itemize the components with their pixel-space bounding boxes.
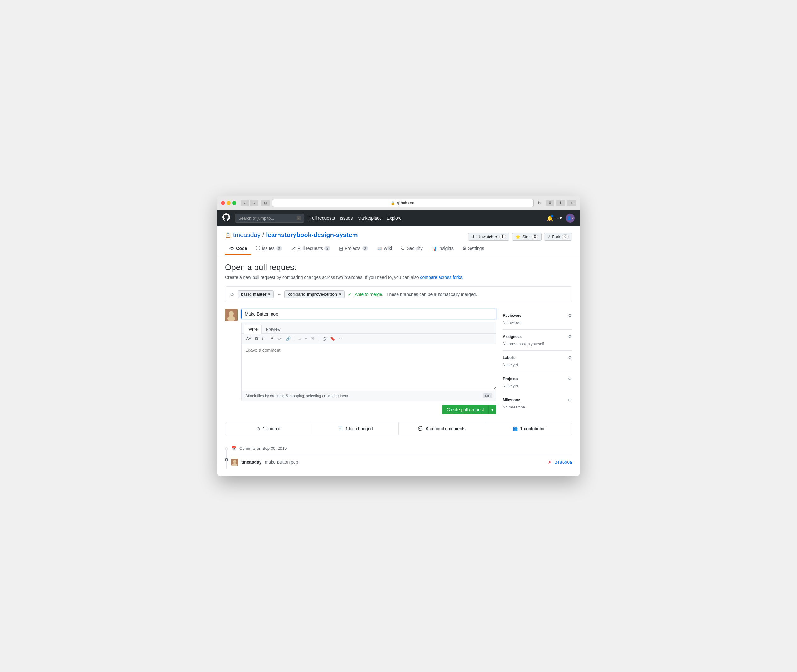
merge-status: Able to merge. (355, 292, 383, 297)
tab-settings[interactable]: ⚙ Settings (458, 242, 489, 255)
reload-button[interactable]: ↻ (536, 200, 543, 206)
assignees-gear-icon[interactable]: ⚙ (568, 334, 572, 339)
new-tab-button[interactable]: + (567, 200, 576, 206)
tab-write[interactable]: Write (244, 325, 262, 334)
nav-pull-requests[interactable]: Pull requests (309, 216, 335, 221)
unwatch-count: 1 (499, 234, 506, 239)
nav-issues[interactable]: Issues (340, 216, 353, 221)
milestone-value: No milestone (503, 405, 525, 410)
notifications-bell[interactable]: 🔔 (546, 215, 553, 221)
attach-text: Attach files by dragging & dropping, sel… (245, 394, 349, 398)
github-logo[interactable] (222, 213, 230, 223)
share-button[interactable]: ⬆ (556, 200, 565, 206)
breadcrumb-separator: / (262, 231, 264, 238)
tab-insights[interactable]: 📊 Insights (427, 242, 458, 255)
files-icon: 📄 (337, 426, 343, 431)
unwatch-button[interactable]: 👁 Unwatch ▾ 1 (468, 233, 510, 241)
browser-chrome: ‹ › ⊡ 🔒 github.com ↻ ⬇ ⬆ + (217, 196, 580, 210)
plus-chevron: ▾ (560, 216, 562, 221)
repo-owner-link[interactable]: tmeasday (233, 231, 260, 238)
labels-title: Labels (503, 355, 515, 360)
security-icon: 🛡 (401, 246, 405, 251)
toolbar-ordered-list-button[interactable]: ⁼ (303, 336, 308, 342)
projects-gear-icon[interactable]: ⚙ (568, 376, 572, 381)
toolbar-heading-button[interactable]: AA (245, 336, 252, 342)
address-bar[interactable]: 🔒 github.com (272, 199, 533, 207)
search-bar[interactable]: Search or jump to... / (235, 214, 304, 222)
milestone-gear-icon[interactable]: ⚙ (568, 397, 572, 403)
toolbar-mention-button[interactable]: @ (321, 336, 327, 342)
comment-footer: Attach files by dragging & dropping, sel… (242, 390, 496, 401)
commit-timeline-line (226, 450, 227, 458)
create-pull-request-button[interactable]: Create pull request (442, 405, 489, 414)
commits-stat[interactable]: ⊙ 1 commit (225, 422, 312, 435)
fork-button[interactable]: ⑂ Fork 0 (544, 233, 572, 241)
tab-security[interactable]: 🛡 Security (396, 242, 427, 255)
toolbar-link-button[interactable]: 🔗 (284, 336, 292, 342)
sidebar-toggle-button[interactable]: ⊡ (261, 200, 270, 206)
toolbar-code-button[interactable]: <> (276, 336, 283, 342)
main-content: Open a pull request Create a new pull re… (217, 255, 580, 476)
pr-sidebar: Reviewers ⚙ No reviews Assignees ⚙ No on… (503, 309, 572, 414)
repo-name-link[interactable]: learnstorybook-design-system (266, 231, 358, 238)
star-button[interactable]: ⭐ Star 0 (512, 233, 542, 241)
tab-preview[interactable]: Preview (262, 325, 284, 333)
pr-title-input[interactable] (241, 309, 497, 319)
comment-textarea[interactable] (242, 344, 496, 390)
search-placeholder: Search or jump to... (238, 216, 274, 221)
toolbar-quote-button[interactable]: ❝ (270, 336, 275, 342)
reviewers-gear-icon[interactable]: ⚙ (568, 313, 572, 318)
reviewers-value: No reviews (503, 320, 521, 325)
commit-author[interactable]: tmeasday (241, 459, 262, 465)
comment-toolbar: AA B I ❝ <> 🔗 ≡ ⁼ (242, 334, 496, 344)
compare-branch-select[interactable]: compare: improve-button ▾ (284, 290, 345, 298)
create-new-button[interactable]: + ▾ (557, 216, 562, 221)
contributors-stat[interactable]: 👥 1 contributor (486, 422, 572, 435)
comment-tabs: Write Preview (242, 322, 496, 334)
merge-description: These branches can be automatically merg… (387, 292, 477, 297)
tab-wiki[interactable]: 📖 Wiki (372, 242, 396, 255)
compare-forks-link[interactable]: compare across forks. (420, 275, 463, 280)
comments-stat[interactable]: 💬 0 commit comments (399, 422, 486, 435)
page-desc-text: Create a new pull request by comparing c… (225, 275, 419, 280)
toolbar-bold-button[interactable]: B (254, 336, 259, 342)
projects-title: Projects (503, 377, 517, 381)
contributors-count: 1 (520, 426, 522, 431)
nav-marketplace[interactable]: Marketplace (358, 216, 382, 221)
forward-button[interactable]: › (250, 200, 258, 206)
tab-issues[interactable]: ⓘ Issues 0 (251, 242, 286, 255)
contributors-icon: 👥 (512, 426, 517, 431)
repo-nav-tabs: <> Code ⓘ Issues 0 ⎇ Pull requests 2 ▦ P… (225, 242, 572, 255)
nav-explore[interactable]: Explore (387, 216, 402, 221)
toolbar-task-list-button[interactable]: ☑ (309, 336, 316, 342)
toolbar-italic-button[interactable]: I (261, 336, 265, 342)
tab-projects[interactable]: ▦ Projects 0 (335, 242, 372, 255)
minimize-button[interactable] (227, 201, 231, 205)
commit-row: tmeasday make Button pop ✗ 3e86b0a (231, 455, 572, 469)
labels-gear-icon[interactable]: ⚙ (568, 355, 572, 360)
commit-status-icon: ✗ (548, 460, 552, 465)
pr-count: 2 (324, 246, 330, 251)
close-button[interactable] (221, 201, 225, 205)
commit-timeline-dot-top (225, 447, 228, 450)
check-icon: ✓ (348, 292, 351, 297)
create-pr-dropdown-button[interactable]: ▾ (489, 405, 497, 414)
comments-label: 0 commit comments (426, 426, 465, 431)
tab-code[interactable]: <> Code (225, 242, 251, 255)
user-avatar[interactable]: 👤 ▾ (566, 214, 575, 222)
maximize-button[interactable] (233, 201, 236, 205)
tab-pull-requests[interactable]: ⎇ Pull requests 2 (286, 242, 335, 255)
commit-sha-link[interactable]: 3e86b0a (555, 460, 572, 465)
milestone-header: Milestone ⚙ (503, 397, 572, 403)
commits-date-label: Commits on Sep 30, 2019 (240, 446, 287, 451)
toolbar-reply-button[interactable]: ↩ (338, 336, 344, 342)
base-branch-value: master (253, 292, 267, 297)
lock-icon: 🔒 (391, 201, 395, 205)
back-button[interactable]: ‹ (241, 200, 249, 206)
base-branch-select[interactable]: base: master ▾ (238, 290, 274, 298)
download-button[interactable]: ⬇ (546, 200, 554, 206)
pr-form-inputs: Write Preview AA B I (241, 309, 497, 414)
toolbar-reference-button[interactable]: 🔖 (329, 336, 337, 342)
files-stat[interactable]: 📄 1 file changed (312, 422, 398, 435)
toolbar-unordered-list-button[interactable]: ≡ (297, 336, 302, 342)
